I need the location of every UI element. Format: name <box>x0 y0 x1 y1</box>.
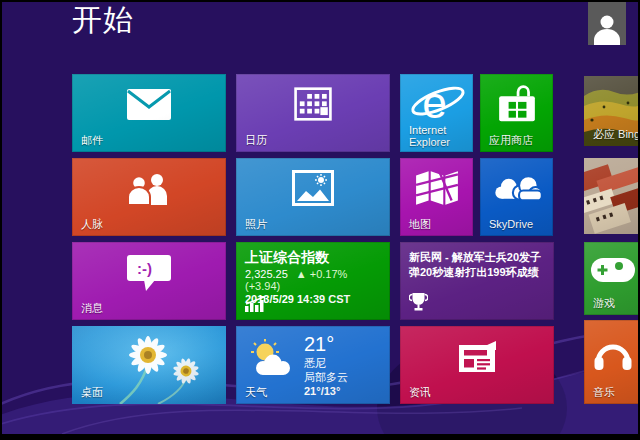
tile-photos[interactable]: 照片 <box>236 158 390 236</box>
user-silhouette-icon <box>592 13 622 45</box>
tile-weather[interactable]: 21° 悉尼 局部多云 21°/13° 天气 <box>236 326 390 404</box>
weather-condition: 局部多云 <box>304 370 348 384</box>
tile-calendar[interactable]: 日历 <box>236 74 390 152</box>
svg-text:e: e <box>422 78 447 127</box>
tile-label: 桌面 <box>81 386 103 399</box>
tile-label: 游戏 <box>593 297 615 310</box>
tile-bing[interactable]: 必应 Bing <box>584 76 638 146</box>
tile-mail[interactable]: 邮件 <box>72 74 226 152</box>
trophy-icon <box>409 292 428 312</box>
tile-label: 音乐 <box>593 386 615 399</box>
tile-label: 天气 <box>245 386 267 399</box>
tile-travel[interactable] <box>584 158 638 234</box>
weather-temperature: 21° <box>304 332 348 356</box>
skydrive-clouds-icon <box>480 162 553 214</box>
people-icon <box>72 158 226 218</box>
stock-index-name: 上证综合指数 <box>245 249 381 266</box>
tile-desktop[interactable]: 桌面 <box>72 326 226 404</box>
messaging-bubble-icon: :-) <box>72 242 226 302</box>
mail-icon <box>72 74 226 134</box>
maps-icon <box>400 162 473 214</box>
calendar-icon <box>236 74 390 134</box>
tile-label: 资讯 <box>409 386 431 399</box>
headphones-icon <box>584 324 638 382</box>
tile-label: 日历 <box>245 134 267 147</box>
tile-games[interactable]: 游戏 <box>584 242 638 315</box>
internet-explorer-icon: e <box>400 78 473 126</box>
tile-label: 应用商店 <box>489 134 533 147</box>
game-controller-icon <box>584 246 638 293</box>
tile-finance[interactable]: 上证综合指数 2,325.25▲ +0.17% (+3.94) 2013/5/2… <box>236 242 390 320</box>
stock-quote-row: 2,325.25▲ +0.17% (+3.94) <box>245 268 381 292</box>
travel-rooftops-photo <box>584 158 638 234</box>
tile-label: 人脉 <box>81 218 103 231</box>
weather-high-low: 21°/13° <box>304 384 348 398</box>
tile-label: 地图 <box>409 218 431 231</box>
tile-label: 邮件 <box>81 134 103 147</box>
tile-skydrive[interactable]: SkyDrive <box>480 158 553 236</box>
newspaper-icon <box>400 326 554 386</box>
weather-city: 悉尼 <box>304 356 348 370</box>
start-screen: 开始 邮件 日历 <box>2 2 638 434</box>
page-title: 开始 <box>72 2 134 42</box>
screenshot-frame: 开始 邮件 日历 <box>0 0 640 440</box>
tile-music[interactable]: 音乐 <box>584 320 638 404</box>
svg-text::-): :-) <box>137 260 152 277</box>
sports-headline: 新民网 - 解放军士兵20发子弹20秒速射打出199环成绩 <box>409 250 545 280</box>
tile-maps[interactable]: 地图 <box>400 158 473 236</box>
weather-readout: 21° 悉尼 局部多云 21°/13° <box>304 332 348 398</box>
tile-messaging[interactable]: :-) 消息 <box>72 242 226 320</box>
tile-store[interactable]: 应用商店 <box>480 74 553 152</box>
stock-price: 2,325.25 <box>245 268 288 280</box>
tile-sports-news[interactable]: 新民网 - 解放军士兵20发子弹20秒速射打出199环成绩 <box>400 242 554 320</box>
photos-icon <box>236 158 390 218</box>
tile-label: 消息 <box>81 302 103 315</box>
user-avatar[interactable] <box>588 2 626 45</box>
tile-label: 照片 <box>245 218 267 231</box>
tile-internet-explorer[interactable]: e Internet Explorer <box>400 74 473 152</box>
tile-people[interactable]: 人脉 <box>72 158 226 236</box>
stock-chart-icon <box>245 296 267 312</box>
tile-label: 必应 Bing <box>593 128 638 141</box>
tile-label: Internet Explorer <box>409 124 471 148</box>
tile-news[interactable]: 资讯 <box>400 326 554 404</box>
store-bag-icon <box>480 78 553 130</box>
tile-label: SkyDrive <box>489 218 533 231</box>
sun-cloud-icon <box>246 338 298 378</box>
